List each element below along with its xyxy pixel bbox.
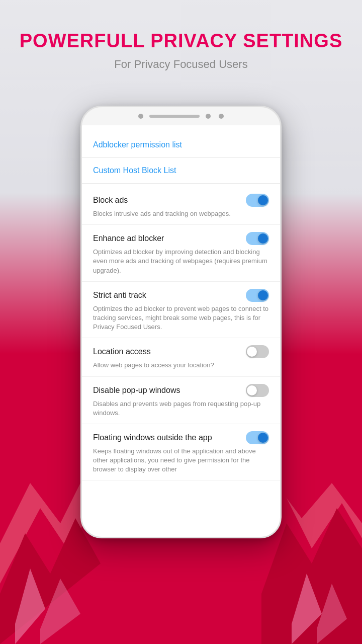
header-area: POWERFULL PRIVACY SETTINGS For Privacy F… <box>0 30 362 71</box>
divider-1 <box>82 157 280 158</box>
sensor-dot-2 <box>219 114 224 119</box>
toggle-knob-strict-anti-track <box>258 290 268 300</box>
settings-label-location-access: Location access <box>93 347 151 356</box>
settings-desc-floating-windows: Keeps floating windows out of the applic… <box>93 447 269 474</box>
sensor-dot <box>206 114 211 119</box>
settings-item-enhance-ad-blocker: Enhance ad blockerOptimizes ad blocker b… <box>82 225 280 282</box>
adblocker-permission-link[interactable]: Adblocker permission list <box>82 135 280 154</box>
settings-desc-block-ads: Blocks intrusive ads and tracking on web… <box>93 209 269 218</box>
settings-scroll[interactable]: Adblocker permission list Custom Host Bl… <box>82 125 280 537</box>
toggle-knob-enhance-ad-blocker <box>258 233 268 244</box>
settings-label-enhance-ad-blocker: Enhance ad blocker <box>93 234 164 243</box>
settings-label-block-ads: Block ads <box>93 196 128 205</box>
toggle-disable-popup[interactable] <box>246 384 269 397</box>
toggle-knob-location-access <box>247 347 257 357</box>
settings-desc-strict-anti-track: Optimizes the ad blocker to prevent web … <box>93 304 269 332</box>
phone-shell: Adblocker permission list Custom Host Bl… <box>80 106 282 538</box>
settings-item-block-ads: Block adsBlocks intrusive ads and tracki… <box>82 187 280 225</box>
settings-item-location-access: Location accessAllow web pages to access… <box>82 338 280 376</box>
settings-item-strict-anti-track: Strict anti trackOptimizes the ad blocke… <box>82 282 280 339</box>
toggle-strict-anti-track[interactable] <box>246 289 269 302</box>
page-title: POWERFULL PRIVACY SETTINGS <box>0 30 362 52</box>
settings-label-strict-anti-track: Strict anti track <box>93 291 146 300</box>
page-subtitle: For Privacy Focused Users <box>0 58 362 71</box>
settings-label-floating-windows: Floating windows outside the app <box>93 433 212 442</box>
settings-list: Block adsBlocks intrusive ads and tracki… <box>82 187 280 480</box>
settings-desc-disable-popup: Disables and prevents web pages from req… <box>93 399 269 418</box>
settings-item-disable-popup: Disable pop-up windowsDisables and preve… <box>82 377 280 424</box>
settings-item-floating-windows: Floating windows outside the appKeeps fl… <box>82 424 280 481</box>
settings-desc-location-access: Allow web pages to access your location? <box>93 361 269 370</box>
settings-desc-enhance-ad-blocker: Optimizes ad blocker by improving detect… <box>93 248 269 275</box>
divider-2 <box>82 183 280 184</box>
toggle-location-access[interactable] <box>246 345 269 358</box>
toggle-floating-windows[interactable] <box>246 431 269 444</box>
camera-dot <box>138 114 143 119</box>
phone-content: Adblocker permission list Custom Host Bl… <box>82 125 280 537</box>
settings-label-disable-popup: Disable pop-up windows <box>93 386 180 395</box>
toggle-knob-block-ads <box>258 195 268 205</box>
toggle-knob-floating-windows <box>258 433 268 443</box>
phone-topbar <box>82 107 280 125</box>
custom-host-block-link[interactable]: Custom Host Block List <box>82 161 280 180</box>
speaker <box>149 115 200 118</box>
toggle-knob-disable-popup <box>247 385 257 395</box>
toggle-enhance-ad-blocker[interactable] <box>246 232 269 245</box>
toggle-block-ads[interactable] <box>246 194 269 207</box>
phone-mockup: Adblocker permission list Custom Host Bl… <box>80 106 282 589</box>
